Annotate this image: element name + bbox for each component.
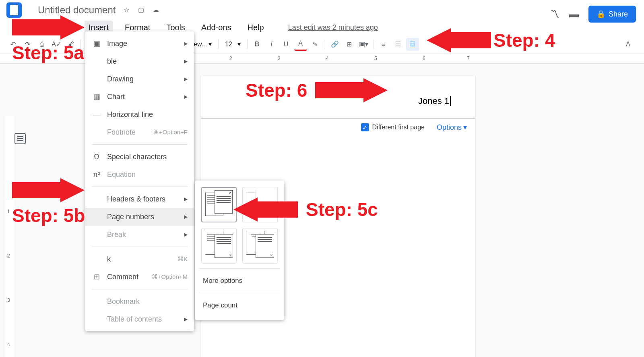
menu-item-table[interactable]: ble▶ bbox=[85, 52, 194, 70]
insert-menu-dropdown: ▣Image▶ ble▶ Drawing▶ ▥Chart▶ —Horizonta… bbox=[85, 31, 194, 331]
chevron-right-icon: ▶ bbox=[184, 94, 188, 100]
ruler-mark: 7 bbox=[467, 56, 470, 61]
page-number-option-bottom-right[interactable]: 1 2 bbox=[201, 228, 237, 264]
vertical-ruler[interactable]: 1 2 3 4 bbox=[5, 116, 14, 357]
page-count-button[interactable]: Page count bbox=[201, 297, 278, 313]
styles-dropdown[interactable]: ew... ▾ bbox=[190, 40, 215, 48]
add-comment-button[interactable]: ⊞ bbox=[343, 38, 356, 51]
star-icon[interactable]: ☆ bbox=[124, 6, 132, 14]
menu-item-drawing[interactable]: Drawing▶ bbox=[85, 70, 194, 88]
menu-item-horizontal-line[interactable]: —Horizontal line bbox=[85, 106, 194, 123]
menu-help[interactable]: Help bbox=[244, 21, 268, 35]
pi-icon: π² bbox=[92, 170, 101, 179]
font-size-input[interactable]: 12 ▾ bbox=[222, 40, 244, 48]
ruler-mark: 2 bbox=[7, 253, 10, 259]
bold-button[interactable]: B bbox=[251, 38, 264, 51]
header-options-dropdown[interactable]: Options ▾ bbox=[437, 123, 467, 132]
comment-icon: ⊞ bbox=[92, 272, 101, 282]
lock-icon: 🔒 bbox=[597, 10, 605, 19]
menu-item-bookmark[interactable]: Bookmark bbox=[85, 293, 194, 310]
more-options-button[interactable]: More options bbox=[201, 273, 278, 289]
page-number-option-top-right[interactable]: 2 bbox=[201, 187, 237, 222]
image-icon: ▣ bbox=[92, 39, 101, 48]
drawing-icon bbox=[92, 74, 101, 84]
spellcheck-button[interactable]: A✓ bbox=[50, 38, 63, 51]
document-title[interactable]: Untitled document bbox=[38, 4, 116, 16]
chevron-right-icon: ▶ bbox=[184, 316, 188, 322]
different-first-page-checkbox[interactable]: ✓ Different first page bbox=[361, 123, 425, 131]
chevron-right-icon: ▶ bbox=[184, 232, 188, 237]
move-icon[interactable]: ▢ bbox=[138, 6, 146, 14]
ruler-mark: 5 bbox=[374, 56, 377, 61]
comment-history-icon[interactable]: ▬ bbox=[569, 8, 579, 20]
menu-item-image[interactable]: ▣Image▶ bbox=[85, 35, 194, 52]
page-number-option-top-right-skip-first[interactable] bbox=[242, 187, 278, 222]
menu-item-page-numbers[interactable]: Page numbers▶ bbox=[85, 208, 194, 226]
chevron-right-icon: ▶ bbox=[184, 196, 188, 202]
chevron-down-icon: ▾ bbox=[463, 123, 467, 132]
omega-icon: Ω bbox=[92, 152, 101, 162]
chart-icon: ▥ bbox=[92, 92, 101, 102]
ruler-mark: 1 bbox=[7, 209, 10, 214]
ruler-mark: 2 bbox=[229, 56, 232, 61]
line-icon: — bbox=[92, 110, 101, 119]
print-button[interactable]: ⎙ bbox=[35, 38, 48, 51]
italic-button[interactable]: I bbox=[265, 38, 278, 51]
page-numbers-submenu: 2 1 2 2 More options Page count bbox=[195, 181, 284, 320]
menu-item-headers-footers[interactable]: Headers & footers▶ bbox=[85, 190, 194, 208]
share-button[interactable]: 🔒 Share bbox=[588, 6, 636, 23]
outline-toggle-icon[interactable] bbox=[14, 133, 26, 144]
menu-item-break[interactable]: Break▶ bbox=[85, 226, 194, 243]
menu-addons[interactable]: Add-ons bbox=[197, 21, 235, 35]
docs-logo-icon[interactable] bbox=[6, 2, 22, 18]
trend-icon[interactable]: 〽 bbox=[550, 8, 559, 20]
text-color-button[interactable]: A bbox=[294, 38, 307, 51]
menu-item-comment[interactable]: ⊞Comment⌘+Option+M bbox=[85, 268, 194, 286]
align-right-button[interactable]: ☰ bbox=[406, 38, 419, 51]
menu-item-chart[interactable]: ▥Chart▶ bbox=[85, 88, 194, 106]
align-left-button[interactable]: ≡ bbox=[377, 38, 390, 51]
link-button[interactable]: 🔗 bbox=[328, 38, 341, 51]
undo-button[interactable]: ↶ bbox=[6, 38, 19, 51]
menu-item-toc[interactable]: Table of contents▶ bbox=[85, 310, 194, 328]
table-icon bbox=[92, 56, 101, 66]
redo-button[interactable]: ↷ bbox=[21, 38, 34, 51]
checkbox-icon: ✓ bbox=[361, 123, 369, 131]
header-text: Jones 1 bbox=[418, 96, 451, 106]
menu-item-equation[interactable]: π²Equation bbox=[85, 166, 194, 183]
insert-image-button[interactable]: ▣▾ bbox=[357, 38, 370, 51]
chevron-right-icon: ▶ bbox=[184, 41, 188, 46]
menu-item-footnote[interactable]: Footnote⌘+Option+F bbox=[85, 123, 194, 141]
title-bar: Untitled document ☆ ▢ ☁ bbox=[0, 0, 644, 20]
highlight-button[interactable]: ✎ bbox=[309, 38, 322, 51]
chevron-right-icon: ▶ bbox=[184, 58, 188, 64]
ruler-mark: 4 bbox=[326, 56, 329, 61]
paint-format-button[interactable]: 🖌 bbox=[64, 38, 77, 51]
header-options-bar: ✓ Different first page Options ▾ bbox=[201, 118, 475, 136]
align-center-button[interactable]: ☰ bbox=[392, 38, 405, 51]
chevron-right-icon: ▶ bbox=[184, 76, 188, 82]
ruler-mark: 3 bbox=[7, 297, 10, 303]
cloud-icon[interactable]: ☁ bbox=[153, 6, 161, 14]
chevron-right-icon: ▶ bbox=[184, 214, 188, 220]
page-number-option-bottom-right-skip-first[interactable]: 2 bbox=[242, 228, 278, 264]
ruler-mark: 3 bbox=[278, 56, 281, 61]
menu-item-link[interactable]: k⌘K bbox=[85, 250, 194, 268]
collapse-toolbar-button[interactable]: ᐱ bbox=[621, 38, 634, 51]
ruler-mark: 4 bbox=[7, 342, 10, 347]
header-area[interactable]: Jones 1 bbox=[201, 76, 475, 118]
last-edit-link[interactable]: Last edit was 2 minutes ago bbox=[288, 23, 378, 32]
underline-button[interactable]: U bbox=[280, 38, 293, 51]
menu-item-special-chars[interactable]: ΩSpecial characters bbox=[85, 148, 194, 166]
ruler-mark: 6 bbox=[423, 56, 425, 61]
